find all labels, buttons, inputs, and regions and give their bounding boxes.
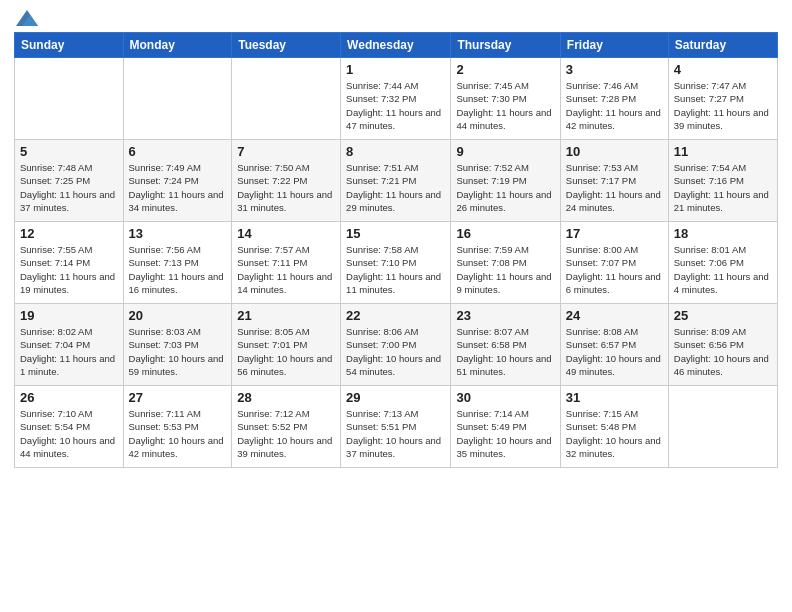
weekday-header-tuesday: Tuesday (232, 33, 341, 58)
calendar-cell: 17Sunrise: 8:00 AM Sunset: 7:07 PM Dayli… (560, 222, 668, 304)
day-info: Sunrise: 7:53 AM Sunset: 7:17 PM Dayligh… (566, 161, 663, 214)
day-info: Sunrise: 8:08 AM Sunset: 6:57 PM Dayligh… (566, 325, 663, 378)
day-info: Sunrise: 7:12 AM Sunset: 5:52 PM Dayligh… (237, 407, 335, 460)
day-info: Sunrise: 8:07 AM Sunset: 6:58 PM Dayligh… (456, 325, 554, 378)
page-header (14, 10, 778, 26)
day-info: Sunrise: 8:02 AM Sunset: 7:04 PM Dayligh… (20, 325, 118, 378)
day-number: 24 (566, 308, 663, 323)
calendar-cell: 21Sunrise: 8:05 AM Sunset: 7:01 PM Dayli… (232, 304, 341, 386)
calendar-cell: 2Sunrise: 7:45 AM Sunset: 7:30 PM Daylig… (451, 58, 560, 140)
day-number: 15 (346, 226, 445, 241)
day-number: 26 (20, 390, 118, 405)
day-info: Sunrise: 7:44 AM Sunset: 7:32 PM Dayligh… (346, 79, 445, 132)
day-number: 19 (20, 308, 118, 323)
calendar-week-4: 26Sunrise: 7:10 AM Sunset: 5:54 PM Dayli… (15, 386, 778, 468)
day-info: Sunrise: 7:54 AM Sunset: 7:16 PM Dayligh… (674, 161, 772, 214)
calendar-cell: 20Sunrise: 8:03 AM Sunset: 7:03 PM Dayli… (123, 304, 232, 386)
day-info: Sunrise: 7:52 AM Sunset: 7:19 PM Dayligh… (456, 161, 554, 214)
day-number: 1 (346, 62, 445, 77)
day-info: Sunrise: 7:58 AM Sunset: 7:10 PM Dayligh… (346, 243, 445, 296)
weekday-header-monday: Monday (123, 33, 232, 58)
day-number: 11 (674, 144, 772, 159)
day-info: Sunrise: 8:00 AM Sunset: 7:07 PM Dayligh… (566, 243, 663, 296)
calendar-cell (123, 58, 232, 140)
day-number: 8 (346, 144, 445, 159)
day-number: 7 (237, 144, 335, 159)
day-number: 14 (237, 226, 335, 241)
day-info: Sunrise: 8:09 AM Sunset: 6:56 PM Dayligh… (674, 325, 772, 378)
calendar-body: 1Sunrise: 7:44 AM Sunset: 7:32 PM Daylig… (15, 58, 778, 468)
day-info: Sunrise: 7:45 AM Sunset: 7:30 PM Dayligh… (456, 79, 554, 132)
day-info: Sunrise: 7:14 AM Sunset: 5:49 PM Dayligh… (456, 407, 554, 460)
weekday-header-thursday: Thursday (451, 33, 560, 58)
day-info: Sunrise: 7:46 AM Sunset: 7:28 PM Dayligh… (566, 79, 663, 132)
day-info: Sunrise: 7:49 AM Sunset: 7:24 PM Dayligh… (129, 161, 227, 214)
calendar-cell: 24Sunrise: 8:08 AM Sunset: 6:57 PM Dayli… (560, 304, 668, 386)
day-number: 20 (129, 308, 227, 323)
calendar-cell: 26Sunrise: 7:10 AM Sunset: 5:54 PM Dayli… (15, 386, 124, 468)
calendar-cell: 23Sunrise: 8:07 AM Sunset: 6:58 PM Dayli… (451, 304, 560, 386)
calendar-cell: 7Sunrise: 7:50 AM Sunset: 7:22 PM Daylig… (232, 140, 341, 222)
day-number: 6 (129, 144, 227, 159)
calendar-table: SundayMondayTuesdayWednesdayThursdayFrid… (14, 32, 778, 468)
calendar-cell: 3Sunrise: 7:46 AM Sunset: 7:28 PM Daylig… (560, 58, 668, 140)
calendar-cell: 14Sunrise: 7:57 AM Sunset: 7:11 PM Dayli… (232, 222, 341, 304)
weekday-header-saturday: Saturday (668, 33, 777, 58)
calendar-cell: 28Sunrise: 7:12 AM Sunset: 5:52 PM Dayli… (232, 386, 341, 468)
calendar-cell (232, 58, 341, 140)
calendar-cell (15, 58, 124, 140)
day-number: 3 (566, 62, 663, 77)
day-info: Sunrise: 7:51 AM Sunset: 7:21 PM Dayligh… (346, 161, 445, 214)
calendar-cell: 22Sunrise: 8:06 AM Sunset: 7:00 PM Dayli… (341, 304, 451, 386)
calendar-cell: 16Sunrise: 7:59 AM Sunset: 7:08 PM Dayli… (451, 222, 560, 304)
day-number: 4 (674, 62, 772, 77)
calendar-week-3: 19Sunrise: 8:02 AM Sunset: 7:04 PM Dayli… (15, 304, 778, 386)
page-container: SundayMondayTuesdayWednesdayThursdayFrid… (0, 0, 792, 612)
calendar-cell: 8Sunrise: 7:51 AM Sunset: 7:21 PM Daylig… (341, 140, 451, 222)
day-number: 18 (674, 226, 772, 241)
calendar-cell: 15Sunrise: 7:58 AM Sunset: 7:10 PM Dayli… (341, 222, 451, 304)
calendar-cell: 31Sunrise: 7:15 AM Sunset: 5:48 PM Dayli… (560, 386, 668, 468)
day-info: Sunrise: 7:59 AM Sunset: 7:08 PM Dayligh… (456, 243, 554, 296)
day-info: Sunrise: 7:13 AM Sunset: 5:51 PM Dayligh… (346, 407, 445, 460)
calendar-cell: 25Sunrise: 8:09 AM Sunset: 6:56 PM Dayli… (668, 304, 777, 386)
day-number: 31 (566, 390, 663, 405)
calendar-cell: 18Sunrise: 8:01 AM Sunset: 7:06 PM Dayli… (668, 222, 777, 304)
day-info: Sunrise: 7:11 AM Sunset: 5:53 PM Dayligh… (129, 407, 227, 460)
day-info: Sunrise: 7:48 AM Sunset: 7:25 PM Dayligh… (20, 161, 118, 214)
day-info: Sunrise: 7:57 AM Sunset: 7:11 PM Dayligh… (237, 243, 335, 296)
calendar-cell: 4Sunrise: 7:47 AM Sunset: 7:27 PM Daylig… (668, 58, 777, 140)
day-number: 25 (674, 308, 772, 323)
day-info: Sunrise: 7:56 AM Sunset: 7:13 PM Dayligh… (129, 243, 227, 296)
day-info: Sunrise: 7:55 AM Sunset: 7:14 PM Dayligh… (20, 243, 118, 296)
calendar-cell: 11Sunrise: 7:54 AM Sunset: 7:16 PM Dayli… (668, 140, 777, 222)
day-number: 9 (456, 144, 554, 159)
logo-icon (16, 10, 38, 26)
calendar-cell: 1Sunrise: 7:44 AM Sunset: 7:32 PM Daylig… (341, 58, 451, 140)
calendar-header-row: SundayMondayTuesdayWednesdayThursdayFrid… (15, 33, 778, 58)
weekday-header-friday: Friday (560, 33, 668, 58)
day-number: 2 (456, 62, 554, 77)
calendar-cell (668, 386, 777, 468)
day-number: 23 (456, 308, 554, 323)
day-number: 5 (20, 144, 118, 159)
day-number: 10 (566, 144, 663, 159)
calendar-cell: 29Sunrise: 7:13 AM Sunset: 5:51 PM Dayli… (341, 386, 451, 468)
day-number: 21 (237, 308, 335, 323)
weekday-header-sunday: Sunday (15, 33, 124, 58)
day-number: 13 (129, 226, 227, 241)
calendar-week-1: 5Sunrise: 7:48 AM Sunset: 7:25 PM Daylig… (15, 140, 778, 222)
day-info: Sunrise: 8:05 AM Sunset: 7:01 PM Dayligh… (237, 325, 335, 378)
day-info: Sunrise: 8:06 AM Sunset: 7:00 PM Dayligh… (346, 325, 445, 378)
calendar-cell: 12Sunrise: 7:55 AM Sunset: 7:14 PM Dayli… (15, 222, 124, 304)
day-number: 12 (20, 226, 118, 241)
day-info: Sunrise: 7:47 AM Sunset: 7:27 PM Dayligh… (674, 79, 772, 132)
day-number: 16 (456, 226, 554, 241)
day-info: Sunrise: 8:03 AM Sunset: 7:03 PM Dayligh… (129, 325, 227, 378)
calendar-cell: 5Sunrise: 7:48 AM Sunset: 7:25 PM Daylig… (15, 140, 124, 222)
calendar-cell: 30Sunrise: 7:14 AM Sunset: 5:49 PM Dayli… (451, 386, 560, 468)
calendar-cell: 27Sunrise: 7:11 AM Sunset: 5:53 PM Dayli… (123, 386, 232, 468)
day-info: Sunrise: 8:01 AM Sunset: 7:06 PM Dayligh… (674, 243, 772, 296)
calendar-cell: 6Sunrise: 7:49 AM Sunset: 7:24 PM Daylig… (123, 140, 232, 222)
calendar-week-0: 1Sunrise: 7:44 AM Sunset: 7:32 PM Daylig… (15, 58, 778, 140)
